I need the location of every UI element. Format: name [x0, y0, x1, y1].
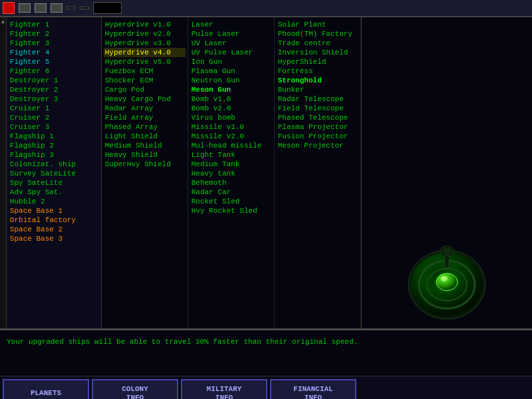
- ship-item[interactable]: Cruiser 2: [8, 113, 100, 122]
- svg-rect-9: [445, 255, 449, 267]
- equip-item[interactable]: Cargo Pod: [104, 85, 186, 94]
- alert-icon[interactable]: [3, 2, 15, 14]
- equip-item[interactable]: Fortress: [277, 66, 358, 76]
- equip-col-3: Solar PlantPhood(TM) FactoryTrade centre…: [275, 17, 361, 329]
- ship-item[interactable]: Destroyer 2: [8, 85, 100, 94]
- equip-item[interactable]: Stronghold: [277, 76, 358, 85]
- scroll-up-icon[interactable]: ▲: [1, 19, 5, 25]
- equip-item[interactable]: Laser: [190, 20, 272, 29]
- equip-item[interactable]: Bomb v2.0: [190, 104, 272, 113]
- ship-item[interactable]: Flagship 3: [8, 150, 100, 160]
- equip-item[interactable]: Hvy Rocket Sled: [190, 206, 272, 215]
- equip-item[interactable]: Missile v1.0: [190, 122, 272, 132]
- nav-button[interactable]: PLANETS: [3, 379, 89, 399]
- ship-item[interactable]: Space Base 1: [8, 206, 100, 215]
- equip-item[interactable]: Plasma Gun: [190, 66, 272, 76]
- left-scroll: ▲: [0, 17, 7, 329]
- btn2[interactable]: [35, 3, 47, 13]
- desc-text: Your upgraded ships will be able to trav…: [7, 337, 525, 347]
- ship-item[interactable]: Survey SateLite: [8, 169, 100, 178]
- nav-button[interactable]: FINANCIAL INFO: [270, 379, 356, 399]
- ship-list: Fighter 1Fighter 2Fighter 3Fighter 4Figh…: [7, 17, 102, 329]
- right-panel: [362, 17, 532, 329]
- ship-item[interactable]: Cruiser 1: [8, 104, 100, 113]
- equip-item[interactable]: Radar Car: [190, 188, 272, 197]
- desc-bar: Your upgraded ships will be able to trav…: [0, 330, 532, 376]
- equip-item[interactable]: Rocket Sled: [190, 197, 272, 206]
- ship-item[interactable]: Fighter 3: [8, 39, 100, 48]
- equip-item[interactable]: Heavy Cargo Pod: [104, 94, 186, 104]
- equip-item[interactable]: Shocker ECM: [104, 76, 186, 85]
- btn1[interactable]: [19, 3, 31, 13]
- ship-item[interactable]: Destroyer 1: [8, 76, 100, 85]
- equip-item[interactable]: Medium Tank: [190, 160, 272, 169]
- equip-item[interactable]: Hyperdrive v4.0: [104, 48, 186, 57]
- ship-item[interactable]: Space Base 3: [8, 234, 100, 243]
- equip-item[interactable]: Field Telescope: [277, 104, 358, 113]
- equip-item[interactable]: Trade centre: [277, 39, 358, 48]
- ship-item[interactable]: Flagship 1: [8, 132, 100, 141]
- equip-item[interactable]: Missile v2.0: [190, 132, 272, 141]
- ship-item[interactable]: Flagship 2: [8, 141, 100, 150]
- equip-item[interactable]: Fuezbox ECM: [104, 66, 186, 76]
- equip-item[interactable]: Bomb v1.0: [190, 94, 272, 104]
- ship-item[interactable]: Adv Spy Sat.: [8, 188, 100, 197]
- equip-item[interactable]: UV Laser: [190, 39, 272, 48]
- equip-item[interactable]: Light Tank: [190, 150, 272, 160]
- nav-button[interactable]: COLONY INFO: [92, 379, 178, 399]
- equip-item[interactable]: Light Shield: [104, 132, 186, 141]
- equip-item[interactable]: Hyperdrive v5.0: [104, 57, 186, 66]
- nav-button[interactable]: MILITARY INFO: [181, 379, 267, 399]
- ship-item[interactable]: Hubble 2: [8, 197, 100, 206]
- equip-item[interactable]: Phood(TM) Factory: [277, 29, 358, 39]
- equip-item[interactable]: UV Pulse Laser: [190, 48, 272, 57]
- equip-item[interactable]: Bunker: [277, 85, 358, 94]
- btn3[interactable]: [51, 3, 63, 13]
- equip-item[interactable]: Virus bomb: [190, 113, 272, 122]
- left-buttons: PLANETSCOLONY INFOMILITARY INFOFINANCIAL…: [0, 376, 359, 399]
- ship-item[interactable]: Destroyer 3: [8, 94, 100, 104]
- ship-item[interactable]: Colonizat. ship: [8, 160, 100, 169]
- equip-item[interactable]: Field Array: [104, 113, 186, 122]
- equip-item[interactable]: Plasma Projector: [277, 122, 358, 132]
- equip-item[interactable]: Ion Gun: [190, 57, 272, 66]
- ship-item[interactable]: Space Base 2: [8, 225, 100, 234]
- food-display: [80, 7, 89, 9]
- equip-item[interactable]: Medium Shield: [104, 141, 186, 150]
- ship-item[interactable]: Orbital factory: [8, 215, 100, 225]
- ship-item[interactable]: Fighter 5: [8, 57, 100, 66]
- equip-item[interactable]: Hyperdrive v1.0: [104, 20, 186, 29]
- equip-item[interactable]: HyperShield: [277, 57, 358, 66]
- equip-item[interactable]: Solar Plant: [277, 20, 358, 29]
- equip-col-1: Hyperdrive v1.0Hyperdrive v2.0Hyperdrive…: [102, 17, 188, 329]
- equip-item[interactable]: Inversion Shield: [277, 48, 358, 57]
- top-bar: [0, 0, 532, 17]
- equip-item[interactable]: Fusion Projector: [277, 132, 358, 141]
- ship-item[interactable]: Fighter 1: [8, 20, 100, 29]
- equip-item[interactable]: Phased Array: [104, 122, 186, 132]
- equip-item[interactable]: Pulse Laser: [190, 29, 272, 39]
- svg-point-5: [436, 273, 458, 291]
- equip-item[interactable]: Hyperdrive v2.0: [104, 29, 186, 39]
- equip-item[interactable]: Phased Telescope: [277, 113, 358, 122]
- equip-item[interactable]: Meson Projector: [277, 141, 358, 150]
- ship-item[interactable]: Cruiser 3: [8, 122, 100, 132]
- ship-item[interactable]: Fighter 4: [8, 48, 100, 57]
- equip-item[interactable]: Meson Gun: [190, 85, 272, 94]
- equip-item[interactable]: Heavy Shield: [104, 150, 186, 160]
- ship-item[interactable]: Fighter 2: [8, 29, 100, 39]
- equip-item[interactable]: Radar Telescope: [277, 94, 358, 104]
- equip-item[interactable]: Mul-head missile: [190, 141, 272, 150]
- bottom-buttons: PLANETSCOLONY INFOMILITARY INFOFINANCIAL…: [0, 376, 532, 399]
- date-display: [93, 2, 122, 14]
- ship-item[interactable]: Fighter 6: [8, 66, 100, 76]
- equip-item[interactable]: Hyperdrive v3.0: [104, 39, 186, 48]
- equip-item[interactable]: Heavy tank: [190, 169, 272, 178]
- needed-row: [367, 40, 527, 59]
- equip-item[interactable]: Radar Array: [104, 104, 186, 113]
- svg-point-6: [441, 276, 448, 281]
- equip-item[interactable]: Neutron Gun: [190, 76, 272, 85]
- equip-item[interactable]: SuperHvy Shield: [104, 160, 186, 169]
- ship-item[interactable]: Spy SateLite: [8, 178, 100, 188]
- equip-item[interactable]: Behemoth: [190, 178, 272, 188]
